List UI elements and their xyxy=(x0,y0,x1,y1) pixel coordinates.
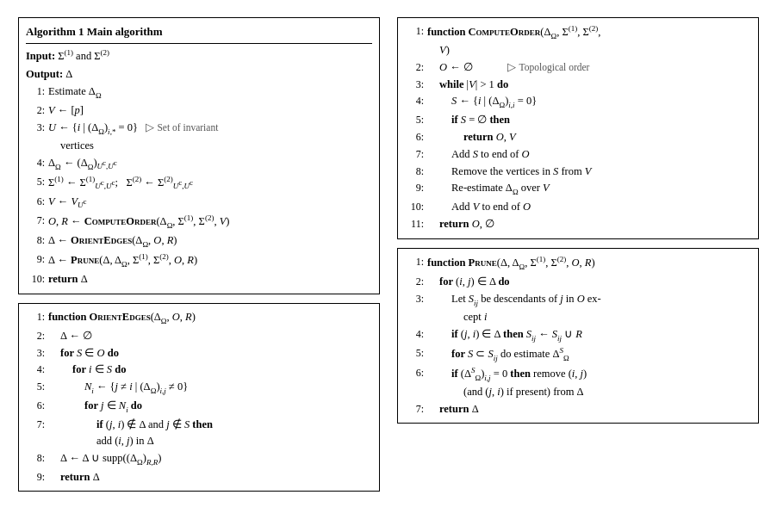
oe-line2: 2: Δ ← ∅ xyxy=(26,328,372,344)
right-column: 1: function ComputeOrder(ΔΩ, Σ(1), Σ(2),… xyxy=(397,17,759,500)
oe-line9: 9: return Δ xyxy=(26,469,372,486)
oe-line7: 7: if (j, i) ∉ Δ and j ∉ S thenadd (i, j… xyxy=(26,417,372,449)
oe-line6: 6: for j ∈ Ni do xyxy=(26,398,372,416)
co-line11: 11: return O, ∅ xyxy=(405,216,751,232)
co-line4: 4: S ← {i | (ΔΩ)i,i = 0} xyxy=(405,93,751,111)
co-line2: 2: O ← ∅ ▷ Topological order xyxy=(405,59,751,76)
algo1-line2: 2: V ← [p] xyxy=(26,102,372,119)
algo1-line7: 7: O, R ← ComputeOrder(ΔΩ, Σ(1), Σ(2), V… xyxy=(26,213,372,232)
algo1-output: Output: Δ xyxy=(26,66,372,83)
pr-line5: 5: for S ⊂ Sij do estimate ΔSΩ xyxy=(405,345,751,364)
co-line8: 8: Remove the vertices in S from V xyxy=(405,164,751,180)
algo1-title-text: Algorithm 1 Main algorithm xyxy=(26,25,163,38)
oe-line4: 4: for i ∈ S do xyxy=(26,362,372,378)
co-line5: 5: if S = ∅ then xyxy=(405,112,751,128)
algorithm1-box: Algorithm 1 Main algorithm Input: Σ(1) a… xyxy=(18,17,380,294)
pr-line6: 6: if (ΔSΩ)i,j = 0 then remove (i, j)(an… xyxy=(405,365,751,400)
algo1-line9: 9: Δ ← Prune(Δ, ΔΩ, Σ(1), Σ(2), O, R) xyxy=(26,251,372,270)
oe-line5: 5: Ni ← {j ≠ i | (ΔΩ)i,j ≠ 0} xyxy=(26,379,372,397)
algo1-line8: 8: Δ ← OrientEdges(ΔΩ, O, R) xyxy=(26,232,372,251)
algo1-line6: 6: V ← VUc xyxy=(26,194,372,212)
co-line6: 6: return O, V xyxy=(405,129,751,145)
pr-line1: 1: function Prune(Δ, ΔΩ, Σ(1), Σ(2), O, … xyxy=(405,254,751,273)
co-line7: 7: Add S to end of O xyxy=(405,146,751,163)
algo1-line3: 3: U ← {i | (ΔΩ)i,* = 0} ▷ Set of invari… xyxy=(26,120,372,154)
left-column: Algorithm 1 Main algorithm Input: Σ(1) a… xyxy=(18,17,380,500)
orientedges-box: 1: function OrientEdges(ΔΩ, O, R) 2: Δ ←… xyxy=(18,303,380,492)
pr-line2: 2: for (i, j) ∈ Δ do xyxy=(405,274,751,290)
co-line10: 10: Add V to end of O xyxy=(405,199,751,215)
computeorder-box: 1: function ComputeOrder(ΔΩ, Σ(1), Σ(2),… xyxy=(397,17,759,239)
oe-line3: 3: for S ∈ O do xyxy=(26,345,372,362)
algo1-line10: 10: return Δ xyxy=(26,271,372,288)
pr-line7: 7: return Δ xyxy=(405,401,751,418)
algo1-line1: 1: Estimate ΔΩ xyxy=(26,84,372,102)
co-line1: 1: function ComputeOrder(ΔΩ, Σ(1), Σ(2),… xyxy=(405,23,751,59)
algo1-input: Input: Σ(1) and Σ(2) xyxy=(26,47,372,65)
oe-line8: 8: Δ ← Δ ∪ supp((ΔΩ)R,R) xyxy=(26,450,372,468)
algo1-title: Algorithm 1 Main algorithm xyxy=(26,23,372,44)
co-line3: 3: while |V| > 1 do xyxy=(405,77,751,93)
prune-box: 1: function Prune(Δ, ΔΩ, Σ(1), Σ(2), O, … xyxy=(397,248,759,424)
oe-line1: 1: function OrientEdges(ΔΩ, O, R) xyxy=(26,309,372,327)
pr-line3: 3: Let Sij be descendants of j in O ex-c… xyxy=(405,291,751,325)
algo1-line4: 4: ΔΩ ← (ΔΩ)Uc,Uc xyxy=(26,155,372,173)
co-line9: 9: Re-estimate ΔΩ over V xyxy=(405,180,751,198)
algo1-line5: 5: Σ(1) ← Σ(1)Uc,Uc; Σ(2) ← Σ(2)Uc,Uc xyxy=(26,174,372,193)
pr-line4: 4: if (j, i) ∈ Δ then Sij ← Sij ∪ R xyxy=(405,326,751,344)
page-content: Algorithm 1 Main algorithm Input: Σ(1) a… xyxy=(18,17,759,500)
